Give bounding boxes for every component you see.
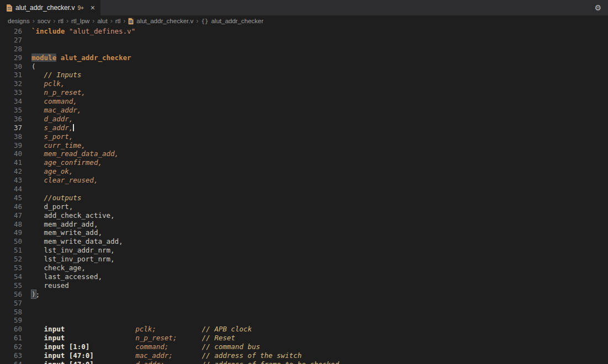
code-line[interactable]: 45 //outputs [0,194,608,202]
line-number[interactable]: 58 [0,308,22,317]
code-line[interactable]: 59 [0,316,608,325]
code-line[interactable]: 63 input [47:0] mac_addr; // address of … [0,351,608,360]
code-line[interactable]: 56); [0,290,608,299]
line-number[interactable]: 46 [0,202,22,211]
code-line[interactable]: 52 lst_inv_port_nrm, [0,255,608,264]
line-number[interactable]: 51 [0,246,22,255]
code-line[interactable]: 27 [0,36,608,45]
line-number[interactable]: 42 [0,167,22,176]
line-number[interactable]: 47 [0,211,22,220]
line-number[interactable]: 30 [0,62,22,71]
line-number[interactable]: 50 [0,237,22,246]
code-line[interactable]: 42 age_ok, [0,167,608,176]
code-line[interactable]: 31 // Inputs [0,71,608,79]
code-line[interactable]: 29module alut_addr_checker [0,53,608,62]
code-line[interactable]: 61 input n_p_reset; // Reset [0,334,608,342]
editor[interactable]: 26`include "alut_defines.v"272829module … [0,26,608,364]
line-number[interactable]: 54 [0,272,22,281]
line-number[interactable]: 38 [0,132,22,141]
line-text: mac_addr, [22,106,81,115]
line-number[interactable]: 34 [0,97,22,106]
line-number[interactable]: 43 [0,176,22,185]
code-line[interactable]: 30( [0,62,608,71]
line-number[interactable]: 33 [0,88,22,97]
code-line[interactable]: 53 check_age, [0,264,608,272]
line-text: //outputs [22,194,81,202]
line-number[interactable]: 62 [0,342,22,351]
line-number[interactable]: 41 [0,158,22,167]
line-number[interactable]: 27 [0,36,22,45]
code-line[interactable]: 50 mem_write_data_add, [0,237,608,246]
code-line[interactable]: 44 [0,185,608,194]
breadcrumb-item[interactable]: designs [8,18,30,24]
code-line[interactable]: 34 command, [0,97,608,106]
code-token: // address of frame to be checked [202,360,339,364]
line-number[interactable]: 31 [0,71,22,79]
line-number[interactable]: 61 [0,334,22,342]
breadcrumb-symbol[interactable]: alut_addr_checker [211,18,263,24]
breadcrumb-item[interactable]: rtl_lpw [71,18,89,24]
code-line[interactable]: 32 pclk, [0,79,608,88]
line-number[interactable]: 63 [0,351,22,360]
code-line[interactable]: 37 s_addr, [0,124,608,132]
line-number[interactable]: 44 [0,185,22,194]
tab-alut-addr-checker[interactable]: alut_addr_checker.v 9+ × [0,0,101,15]
breadcrumb-file[interactable]: alut_addr_checker.v [136,18,193,24]
code-line[interactable]: 33 n_p_reset, [0,88,608,97]
code-line[interactable]: 26`include "alut_defines.v" [0,27,608,36]
line-number[interactable]: 45 [0,194,22,202]
line-number[interactable]: 28 [0,45,22,53]
line-text [22,36,31,45]
code-line[interactable]: 47 add_check_active, [0,211,608,220]
code-token: //outputs [44,194,82,202]
code-line[interactable]: 54 last_accessed, [0,272,608,281]
code-line[interactable]: 40 mem_read_data_add, [0,149,608,158]
code-line[interactable]: 43 clear_reused, [0,176,608,185]
line-number[interactable]: 60 [0,325,22,334]
code-token: ; [36,290,40,298]
line-number[interactable]: 35 [0,106,22,115]
line-number[interactable]: 55 [0,281,22,290]
code-line[interactable]: 35 mac_addr, [0,106,608,115]
line-number[interactable]: 37 [0,124,22,132]
code-line[interactable]: 41 age_confirmed, [0,158,608,167]
close-icon[interactable]: × [91,4,95,12]
line-number[interactable]: 64 [0,360,22,364]
code-line[interactable]: 49 mem_write_add, [0,228,608,237]
code-line[interactable]: 48 mem_addr_add, [0,220,608,229]
breadcrumb-item[interactable]: alut [97,18,108,24]
code-line[interactable]: 46 d_port, [0,202,608,211]
line-number[interactable]: 48 [0,220,22,229]
line-number[interactable]: 56 [0,290,22,299]
code-line[interactable]: 60 input pclk; // APB clock [0,325,608,334]
line-text: curr_time, [22,141,86,150]
code-line[interactable]: 57 [0,299,608,308]
code-token: d_port, [44,202,73,211]
breadcrumb-item[interactable]: rtl [115,18,121,24]
gear-icon[interactable]: ⚙ [594,0,601,15]
code-line[interactable]: 28 [0,45,608,53]
code-line[interactable]: 36 d_addr, [0,115,608,124]
line-number[interactable]: 36 [0,115,22,124]
line-number[interactable]: 53 [0,264,22,272]
tab-bar: alut_addr_checker.v 9+ × ⚙ [0,0,608,15]
line-number[interactable]: 32 [0,79,22,88]
line-number[interactable]: 52 [0,255,22,264]
line-number[interactable]: 39 [0,141,22,150]
line-number[interactable]: 29 [0,53,22,62]
code-line[interactable]: 58 [0,308,608,317]
line-number[interactable]: 40 [0,149,22,158]
line-number[interactable]: 59 [0,316,22,325]
line-number[interactable]: 57 [0,299,22,308]
code-line[interactable]: 51 lst_inv_addr_nrm, [0,246,608,255]
code-line[interactable]: 62 input [1:0] command; // command bus [0,342,608,351]
line-text: input [47:0] d_addr; // address of frame… [22,360,339,364]
line-number[interactable]: 26 [0,27,22,36]
code-line[interactable]: 64 input [47:0] d_addr; // address of fr… [0,360,608,364]
line-number[interactable]: 49 [0,228,22,237]
code-line[interactable]: 55 reused [0,281,608,290]
code-line[interactable]: 39 curr_time, [0,141,608,150]
code-line[interactable]: 38 s_port, [0,132,608,141]
breadcrumb-item[interactable]: rtl [58,18,64,24]
breadcrumb-item[interactable]: socv [38,18,51,24]
